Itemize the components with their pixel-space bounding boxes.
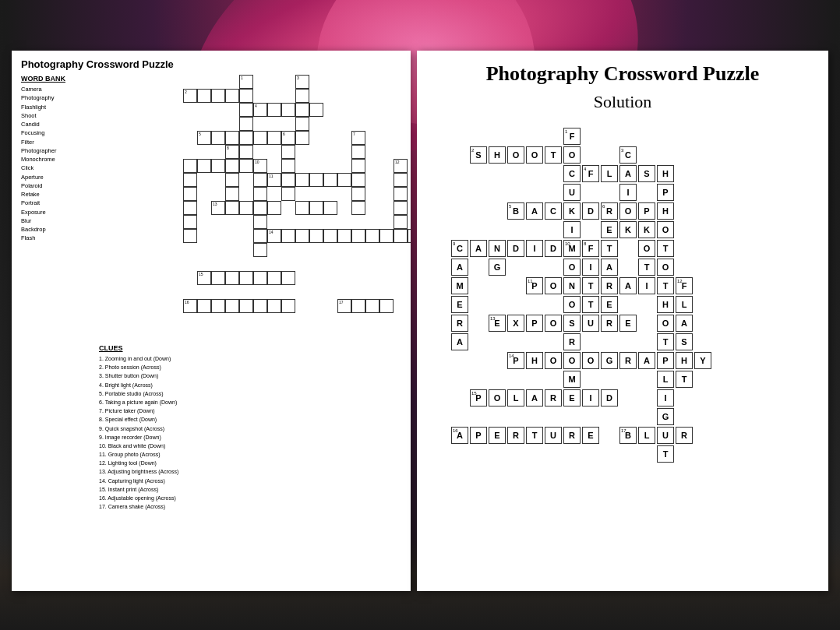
crossword-grid: 1 2 3 (99, 75, 401, 340)
solution-grid: 1F O C U S I N G 2S H O O T 3C L I C K 4… (451, 128, 794, 509)
right-page-title: Photography Crossword Puzzle (486, 62, 760, 86)
right-page: Photography Crossword Puzzle Solution 1F… (417, 51, 828, 591)
left-page-title: Photography Crossword Puzzle (21, 58, 401, 70)
clues-list: 1. Zooming in and out (Down) 2. Photo se… (99, 354, 401, 511)
solution-subtitle: Solution (594, 92, 652, 112)
left-page: Photography Crossword Puzzle WORD BANK C… (12, 51, 411, 591)
word-bank-label: WORD BANK (21, 75, 91, 83)
clues-title: CLUES (99, 344, 401, 352)
pages-container: Photography Crossword Puzzle WORD BANK C… (12, 51, 828, 591)
word-bank-list: Camera Photography Flashlight Shoot Cand… (21, 85, 91, 243)
clues-section: CLUES 1. Zooming in and out (Down) 2. Ph… (99, 344, 401, 511)
